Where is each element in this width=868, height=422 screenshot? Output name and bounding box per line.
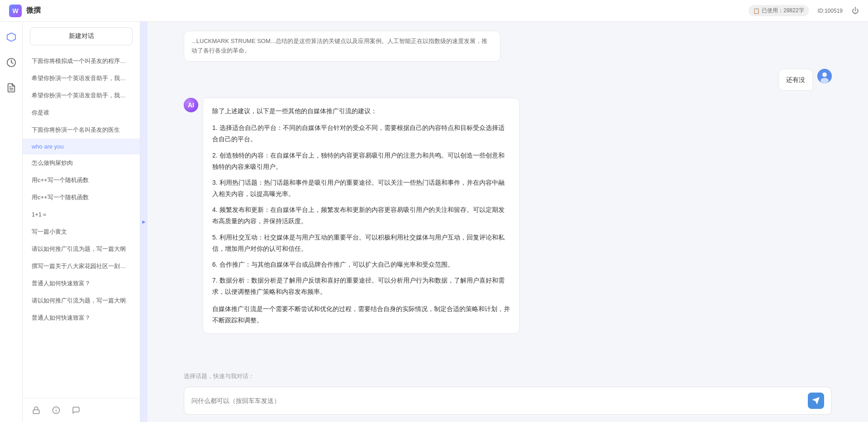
power-button[interactable]: ⏻ [852,7,859,15]
usage-icon: 📋 [753,8,760,14]
ai-point: 6. 合作推广：与其他自媒体平台或品牌合作推广，可以扩大自己的曝光率和受众范围。 [212,259,510,270]
sidebar-item[interactable]: 请以如何推广引流为题，写一篇大纲 [23,240,140,258]
ai-point: 2. 创造独特的内容：在自媒体平台上，独特的内容更容易吸引用户的注意力和共鸣。可… [212,150,510,173]
topbar: W 微撰 📋 已使用：28822字 ID:100519 ⏻ [0,0,868,22]
id-badge: ID:100519 [818,8,843,14]
quick-select-label: 选择话题，快速与我对话： [184,373,254,379]
sidebar-extra-icon[interactable] [70,404,82,417]
svg-rect-4 [33,410,39,413]
sidebar-list: 下面你将模拟成一个叫圣友的程序员，我说...希望你扮演一个英语发音助手，我提供给… [23,51,140,398]
app-title: 微撰 [26,6,41,15]
svg-point-10 [820,78,829,83]
sidebar-item[interactable]: 写一篇小黄文 [23,223,140,240]
partial-message-text: ...LUCKMARK STRUME SOM...总结的是这些算法的关键点以及应… [191,38,487,54]
ai-message: AI 除了上述建议，以下是一些其他的自媒体推广引流的建议： 1. 选择适合自己的… [184,98,832,334]
sidebar-item[interactable]: 普通人如何快速致富？ [23,309,140,326]
sidebar-item[interactable]: 下面你将模拟成一个叫圣友的程序员，我说... [23,53,140,70]
input-area [148,383,868,422]
sidebar-item[interactable]: 你是谁 [23,104,140,121]
user-message-text: 还有没 [786,76,805,83]
logo-icon: W [9,5,22,17]
new-conversation-button[interactable]: 新建对话 [30,27,133,45]
chat-area: ...LUCKMARK STRUME SOM...总结的是这些算法的关键点以及应… [148,22,868,422]
chat-input[interactable] [191,397,803,404]
partial-message: ...LUCKMARK STRUME SOM...总结的是这些算法的关键点以及应… [184,31,501,62]
rail-icon-clock[interactable] [3,54,19,71]
usage-badge: 📋 已使用：28822字 [749,5,808,16]
ai-points-list: 1. 选择适合自己的平台：不同的自媒体平台针对的受众不同，需要根据自己的内容特点… [212,122,510,297]
sidebar-bottom [23,398,140,422]
icon-rail [0,22,23,422]
sidebar-item[interactable]: 撰写一篇关于八大家花园社区一刻钟便民生... [23,258,140,275]
ai-point: 5. 利用社交互动：社交媒体是与用户互动的重要平台。可以积极利用社交媒体与用户互… [212,232,510,254]
topbar-left: W 微撰 [9,5,41,17]
sidebar-item[interactable]: 怎么做狗屎炒肉 [23,154,140,172]
sidebar-item[interactable]: 希望你扮演一个英语发音助手，我提供给你... [23,87,140,104]
main-layout: 新建对话 下面你将模拟成一个叫圣友的程序员，我说...希望你扮演一个英语发音助手… [0,22,868,422]
usage-text: 已使用：28822字 [762,7,804,14]
sidebar-item[interactable]: 希望你扮演一个英语发音助手，我提供给你... [23,70,140,87]
sidebar-item[interactable]: 用c++写一个随机函数 [23,189,140,206]
user-message: 还有没 [184,69,832,91]
sidebar-item[interactable]: 请以如何推广引流为题，写一篇大纲 [23,292,140,309]
ai-intro: 除了上述建议，以下是一些其他的自媒体推广引流的建议： [212,106,510,117]
sidebar-item[interactable]: 1+1＝ [23,206,140,223]
sidebar-item[interactable]: 下面你将扮演一个名叫圣友的医生 [23,121,140,139]
sidebar-item[interactable]: 用c++写一个随机函数 [23,172,140,189]
ai-point: 4. 频繁发布和更新：在自媒体平台上，频繁发布和更新的内容更容易吸引用户的关注和… [212,204,510,227]
input-box [184,387,832,415]
rail-icon-home[interactable] [3,29,19,45]
ai-point: 3. 利用热门话题：热门话题和事件是吸引用户的重要途径。可以关注一些热门话题和事… [212,177,510,200]
expand-sidebar-tab[interactable]: ► [140,22,148,422]
svg-point-9 [822,72,827,77]
ai-avatar: AI [184,98,198,112]
ai-point: 7. 数据分析：数据分析是了解用户反馈和喜好的重要途径。可以分析用户行为和数据，… [212,275,510,297]
ai-avatar-inner: AI [184,98,198,112]
sidebar-item[interactable]: 普通人如何快速致富？ [23,275,140,292]
topbar-right: 📋 已使用：28822字 ID:100519 ⏻ [749,5,859,16]
send-button[interactable] [808,393,824,409]
chat-messages: ...LUCKMARK STRUME SOM...总结的是这些算法的关键点以及应… [148,22,868,368]
ai-message-bubble: 除了上述建议，以下是一些其他的自媒体推广引流的建议： 1. 选择适合自己的平台：… [203,98,520,334]
sidebar-info-icon[interactable] [50,404,62,417]
ai-point: 1. 选择适合自己的平台：不同的自媒体平台针对的受众不同，需要根据自己的内容特点… [212,122,510,145]
quick-select-bar: 选择话题，快速与我对话： [148,368,868,383]
sidebar-lock-icon[interactable] [30,404,43,417]
rail-icon-doc[interactable] [3,80,19,96]
svg-marker-0 [7,33,15,41]
user-message-bubble: 还有没 [778,69,813,91]
ai-conclusion: 自媒体推广引流是一个需要不断尝试和优化的过程，需要结合自身的实际情况，制定合适的… [212,303,510,326]
user-avatar [817,69,832,83]
sidebar: 新建对话 下面你将模拟成一个叫圣友的程序员，我说...希望你扮演一个英语发音助手… [23,22,140,422]
sidebar-item[interactable]: who are you [23,139,140,154]
